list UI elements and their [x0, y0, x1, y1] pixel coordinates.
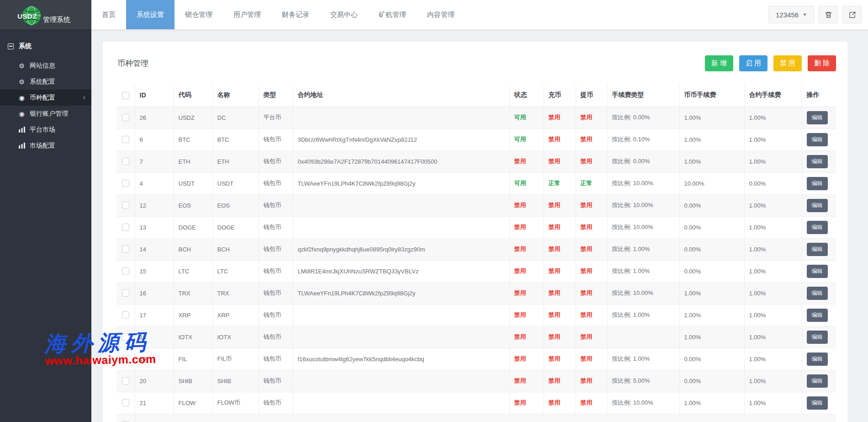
cell-contract-address: 0x4093b298e7A2F172879b70144096147417F005… — [293, 150, 509, 172]
column-header-fee-type: 手续费类型 — [607, 84, 679, 107]
sidebar-item[interactable]: ⚙ 网站信息 › — [0, 58, 91, 74]
sidebar-item[interactable]: ◉ 银行账户管理 › — [0, 106, 91, 122]
table-row: 17 XRP XRP 钱包币 禁用 禁用 禁用 按比例: 1.00% 1.00%… — [116, 304, 836, 326]
row-checkbox[interactable] — [122, 158, 129, 165]
cell-type: 钱包币 — [259, 128, 293, 150]
cell-contract-address: TLWAeeYFn19LPh4K7C8Wk2fpZ89q98Gj2y — [293, 282, 509, 304]
cell-name: BCH — [212, 238, 259, 260]
cell-contract-fee: 1.00% — [744, 392, 802, 414]
cell-fee-type: 按比例: 1.00% — [607, 304, 679, 326]
nav-item-label: 财务记录 — [282, 11, 309, 18]
gear-icon: ⚙ — [18, 62, 26, 69]
edit-button[interactable]: 编辑 — [807, 265, 828, 278]
row-checkbox[interactable] — [122, 377, 129, 385]
row-checkbox[interactable] — [122, 224, 129, 231]
cell-id: 19 — [135, 348, 174, 370]
add-button[interactable]: 新 增 — [705, 55, 733, 71]
cell-status: 可用 — [509, 128, 544, 150]
edit-button[interactable]: 编辑 — [807, 374, 828, 388]
column-header-deposit: 充币 — [544, 84, 576, 107]
table-row: 12 EOS EOS 钱包币 禁用 禁用 禁用 按比例: 10.00% 0.00… — [116, 194, 836, 216]
cell-deposit: 正常 — [544, 172, 576, 194]
sidebar-item[interactable]: 平台市场 › — [0, 122, 91, 138]
edit-button[interactable]: 编辑 — [807, 199, 828, 212]
nav-item[interactable]: 交易中心 — [320, 0, 368, 29]
cell-contract-address: TLWAeeYFn19LPh4K7C8Wk2fpZ89q98Gj2y — [293, 172, 509, 194]
cell-withdraw: 禁用 — [576, 150, 607, 172]
nav-item-label: 用户管理 — [233, 11, 261, 18]
row-checkbox[interactable] — [122, 333, 129, 341]
row-checkbox[interactable] — [122, 289, 129, 297]
edit-button[interactable]: 编辑 — [807, 177, 828, 190]
cell-fee-type: 按比例: 10.00% — [607, 282, 679, 304]
row-checkbox[interactable] — [122, 202, 129, 209]
nav-item[interactable]: 内容管理 — [417, 0, 465, 29]
cell-withdraw: 禁用 — [576, 128, 607, 150]
nav-item[interactable]: 锁仓管理 — [175, 0, 223, 29]
brand-logo-text: USDZ — [17, 12, 37, 20]
nav-item-label: 首页 — [102, 11, 116, 18]
row-checkbox[interactable] — [122, 180, 129, 187]
cell-contract-fee: 1.00% — [744, 216, 802, 238]
sidebar-item-label: 银行账户管理 — [30, 110, 68, 118]
cell-code: USDT — [174, 172, 212, 194]
edit-button[interactable]: 编辑 — [807, 309, 828, 322]
sidebar-item[interactable]: ⚙ 系统配置 › — [0, 74, 91, 90]
nav-item-label: 锁仓管理 — [185, 11, 212, 18]
edit-button[interactable]: 编辑 — [807, 287, 828, 300]
cell-status: 禁用 — [509, 216, 544, 238]
cell-contract-address: qzkf2fxnq9pnygkkdhqhj6ue0895rq0lry83zgz9… — [293, 238, 509, 260]
cell-name: FIL币 — [212, 348, 259, 370]
edit-button[interactable]: 编辑 — [807, 243, 828, 256]
cell-status: 禁用 — [509, 326, 544, 348]
cell-deposit: 禁用 — [544, 348, 576, 370]
column-header-contract-fee: 合约手续费 — [744, 84, 802, 107]
row-checkbox[interactable] — [122, 136, 129, 143]
cell-fee-type: 按比例: 10.00% — [607, 216, 679, 238]
column-header-id: ID — [135, 84, 174, 107]
clear-cache-button[interactable] — [819, 6, 838, 23]
edit-button[interactable]: 编辑 — [807, 396, 828, 410]
nav-item[interactable]: 用户管理 — [223, 0, 271, 29]
row-checkbox[interactable] — [122, 399, 129, 406]
nav-item[interactable]: 首页 — [91, 0, 126, 29]
row-checkbox[interactable] — [122, 267, 129, 275]
nav-item[interactable]: 财务记录 — [271, 0, 320, 29]
sidebar-item[interactable]: 市场配置 › — [0, 138, 91, 154]
disable-button[interactable]: 禁 用 — [773, 55, 802, 71]
cell-code: EOS — [174, 194, 212, 216]
enable-button[interactable]: 启 用 — [739, 55, 767, 71]
cell-status: 禁用 — [509, 194, 544, 216]
row-checkbox[interactable] — [122, 114, 129, 121]
cell-type: 钱包币 — [259, 194, 293, 216]
cell-name: SHIB — [212, 370, 259, 392]
cell-name: USDT — [212, 172, 259, 194]
cell-status: 禁用 — [509, 348, 544, 370]
nav-item[interactable]: 系统设置 — [126, 0, 175, 29]
edit-button[interactable]: 编辑 — [807, 331, 828, 344]
sidebar-section-system[interactable]: 系统 — [0, 38, 91, 58]
edit-button[interactable]: 编辑 — [807, 133, 828, 146]
row-checkbox[interactable] — [122, 355, 129, 363]
logout-button[interactable] — [842, 6, 862, 23]
user-dropdown-button[interactable]: 123456 ▼ — [768, 6, 814, 23]
cell-type: 钱包币 — [259, 172, 293, 194]
delete-button[interactable]: 删 除 — [808, 55, 836, 71]
edit-button[interactable]: 编辑 — [807, 111, 828, 124]
nav-item[interactable]: 矿机管理 — [368, 0, 417, 29]
edit-button[interactable]: 编辑 — [807, 155, 828, 168]
select-all-checkbox[interactable] — [122, 92, 129, 99]
column-header-withdraw: 提币 — [576, 84, 607, 107]
cell-withdraw: 禁用 — [576, 216, 607, 238]
row-checkbox[interactable] — [122, 246, 129, 253]
edit-button[interactable]: 编辑 — [807, 353, 828, 366]
cell-type: 钱包币 — [259, 304, 293, 326]
cell-deposit: 禁用 — [544, 194, 576, 216]
cell-id: 18 — [135, 326, 174, 348]
row-checkbox[interactable] — [122, 311, 129, 319]
cell-id: 12 — [135, 194, 174, 216]
column-header-actions: 操作 — [802, 84, 836, 107]
sidebar-item[interactable]: ◉ 币种配置 › — [0, 90, 91, 106]
edit-button[interactable]: 编辑 — [807, 221, 828, 234]
cell-coin-fee: 1.00% — [679, 128, 744, 150]
